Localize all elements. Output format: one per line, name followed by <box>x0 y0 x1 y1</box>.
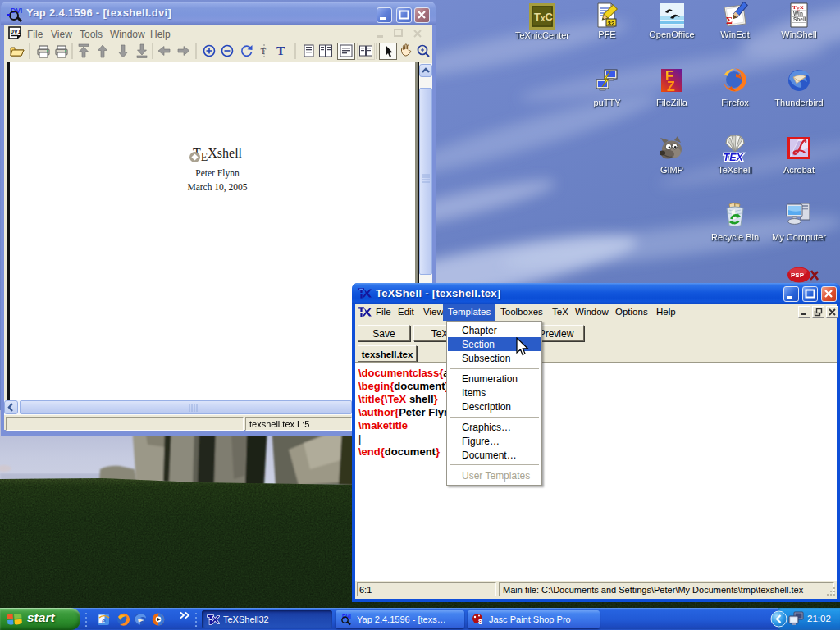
svg-text:TEX: TEX <box>724 152 744 163</box>
svg-text:32: 32 <box>608 20 615 27</box>
svg-text:Shell: Shell <box>793 16 806 22</box>
svg-text:Σ: Σ <box>726 15 733 26</box>
svg-text:DVI: DVI <box>11 29 22 35</box>
svg-text:e: e <box>102 615 106 625</box>
svg-text:8: 8 <box>478 618 482 626</box>
svg-text:DVI: DVI <box>11 7 22 15</box>
svg-text:Z: Z <box>667 80 675 94</box>
svg-text:DVI: DVI <box>342 614 351 619</box>
svg-text:T: T <box>276 43 285 57</box>
svg-text:T: T <box>261 46 267 56</box>
svg-text:PSP: PSP <box>791 272 805 279</box>
svg-text:Win: Win <box>793 11 803 16</box>
